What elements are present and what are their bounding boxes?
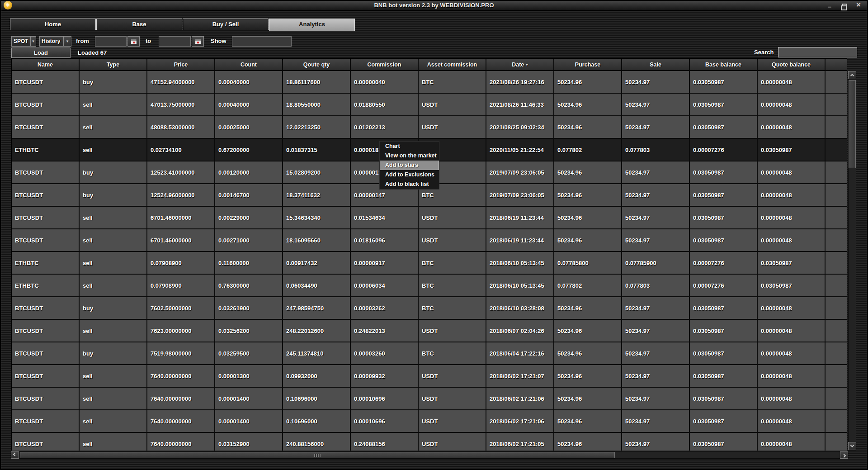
menu-item-add-to-stars[interactable]: Add to stars xyxy=(380,161,439,170)
cell-quote-balance: 0.00000048 xyxy=(758,207,826,229)
cell-qoute-qty: 15.34634340 xyxy=(283,207,351,229)
cell-date: 2018/06/04 17:22:16 xyxy=(486,342,554,365)
cell-price: 0.07908900 xyxy=(147,252,215,275)
column-header-price[interactable]: Price xyxy=(147,59,215,71)
minimize-button[interactable]: – xyxy=(825,1,835,9)
scroll-left-button[interactable] xyxy=(11,451,19,459)
table-row[interactable]: BTCUSDTsell7640.000000000.000014000.1069… xyxy=(12,388,847,410)
cell-qoute-qty: 240.88156000 xyxy=(283,433,351,451)
column-header-name[interactable]: Name xyxy=(12,59,80,71)
to-calendar-button[interactable] xyxy=(192,36,204,47)
scrollbar-grip xyxy=(314,454,321,457)
cell-price: 0.02734100 xyxy=(147,139,215,161)
cell-count: 0.03259500 xyxy=(215,342,283,365)
market-select[interactable]: SPOT ▼ xyxy=(11,36,36,47)
column-label: Type xyxy=(107,62,119,68)
cell-count: 0.00271000 xyxy=(215,229,283,252)
from-calendar-button[interactable] xyxy=(127,36,140,47)
cell-asset-commission: USDT xyxy=(419,320,486,342)
chevron-down-icon[interactable]: ▼ xyxy=(30,37,36,46)
table-row[interactable]: BTCUSDTbuy47152.940000000.0004000018.861… xyxy=(12,71,847,94)
cell-asset-commission: USDT xyxy=(419,229,486,252)
column-header-filler xyxy=(826,59,847,71)
cell-name: BTCUSDT xyxy=(12,410,80,433)
cell-asset-commission: USDT xyxy=(419,388,486,410)
cell-filler xyxy=(826,297,847,320)
close-button[interactable]: × xyxy=(854,1,863,9)
column-header-qoute-qty[interactable]: Qoute qty xyxy=(283,59,351,71)
scroll-down-button[interactable] xyxy=(848,442,856,450)
cell-base-balance: 0.03050987 xyxy=(690,184,758,207)
table-row[interactable]: BTCUSDTsell48088.530000000.0002500012.02… xyxy=(12,116,847,139)
table-row[interactable]: BTCUSDTsell7623.000000000.03256200248.22… xyxy=(12,320,847,342)
loaded-status: Loaded 67 xyxy=(78,49,107,56)
vertical-scrollbar-thumb[interactable] xyxy=(849,80,856,168)
table-row[interactable]: BTCUSDTsell6701.460000000.0022900015.346… xyxy=(12,207,847,229)
scroll-up-button[interactable] xyxy=(848,71,856,79)
tab-analytics[interactable]: Analytics xyxy=(269,19,355,31)
restore-button[interactable] xyxy=(839,1,849,9)
from-date-input[interactable] xyxy=(95,36,127,47)
cell-commission: 0.00000917 xyxy=(351,252,419,275)
cell-sale: 50234.97 xyxy=(622,433,690,451)
cell-quote-balance: 0.03050987 xyxy=(758,252,826,275)
column-header-date[interactable]: Date▾ xyxy=(486,59,554,71)
menu-item-add-to-exclusions[interactable]: Add to Exclusions xyxy=(380,170,439,180)
tab-home[interactable]: Home xyxy=(10,19,96,30)
cell-filler xyxy=(826,116,847,139)
cell-type: sell xyxy=(80,388,147,410)
table-row[interactable]: ETHBTCsell0.079089000.763000000.06034490… xyxy=(12,275,847,297)
chevron-left-icon xyxy=(13,452,17,456)
mode-select[interactable]: History ▼ xyxy=(39,36,71,47)
menu-item-add-to-black-list[interactable]: Add to black list xyxy=(380,180,439,189)
column-header-commission[interactable]: Commission xyxy=(351,59,419,71)
cell-count: 0.00001400 xyxy=(215,410,283,433)
cell-sale: 0.07785900 xyxy=(622,252,690,275)
cell-price: 7602.50000000 xyxy=(147,297,215,320)
menu-item-view-on-the-market[interactable]: View on the market xyxy=(380,151,439,161)
scroll-right-button[interactable] xyxy=(840,451,848,459)
cell-quote-balance: 0.00000048 xyxy=(758,365,826,388)
column-header-quote-balance[interactable]: Quote balance xyxy=(758,59,826,71)
history-table: NameTypePriceCountQoute qtyCommissionAss… xyxy=(11,58,847,451)
column-header-base-balance[interactable]: Base balance xyxy=(690,59,758,71)
cell-base-balance: 0.03050987 xyxy=(690,297,758,320)
table-row[interactable]: BTCUSDTsell7640.000000000.03152900240.88… xyxy=(12,433,847,451)
column-header-asset-commission[interactable]: Asset commission xyxy=(419,59,486,71)
cell-sale: 50234.97 xyxy=(622,94,690,116)
table-row[interactable]: ETHBTCsell0.079089000.116000000.00917432… xyxy=(12,252,847,275)
load-button[interactable]: Load xyxy=(11,47,71,58)
table-row[interactable]: BTCUSDTbuy7602.500000000.03261900247.985… xyxy=(12,297,847,320)
column-header-count[interactable]: Count xyxy=(215,59,283,71)
cell-commission: 0.01202213 xyxy=(351,116,419,139)
horizontal-scrollbar-thumb[interactable] xyxy=(20,452,615,458)
cell-type: buy xyxy=(80,71,147,94)
search-input[interactable] xyxy=(778,47,857,57)
cell-date: 2020/11/05 21:22:54 xyxy=(486,139,554,161)
cell-commission: 0.01816096 xyxy=(351,229,419,252)
cell-qoute-qty: 245.11374810 xyxy=(283,342,351,365)
cell-qoute-qty: 248.22012600 xyxy=(283,320,351,342)
cell-date: 2019/07/09 23:06:05 xyxy=(486,184,554,207)
tab-buy-sell[interactable]: Buy / Sell xyxy=(183,19,269,30)
menu-item-chart[interactable]: Chart xyxy=(380,142,439,151)
to-date-input[interactable] xyxy=(159,36,191,47)
table-row[interactable]: BTCUSDTsell47013.750000000.0004000018.80… xyxy=(12,94,847,116)
tab-base[interactable]: Base xyxy=(96,19,182,30)
chevron-down-icon[interactable]: ▼ xyxy=(63,37,71,46)
cell-name: BTCUSDT xyxy=(12,94,80,116)
table-row[interactable]: BTCUSDTsell7640.000000000.000014000.1069… xyxy=(12,410,847,433)
show-input[interactable] xyxy=(232,36,292,47)
column-header-purchase[interactable]: Purchase xyxy=(554,59,622,71)
cell-commission: 0.00009932 xyxy=(351,365,419,388)
cell-sale: 50234.97 xyxy=(622,116,690,139)
cell-qoute-qty: 0.10696000 xyxy=(283,410,351,433)
table-row[interactable]: BTCUSDTsell6701.460000000.0027100018.160… xyxy=(12,229,847,252)
cell-name: BTCUSDT xyxy=(12,229,80,252)
column-header-sale[interactable]: Sale xyxy=(622,59,690,71)
table-row[interactable]: BTCUSDTbuy7519.980000000.03259500245.113… xyxy=(12,342,847,365)
column-header-type[interactable]: Type xyxy=(80,59,147,71)
cell-sale: 0.077803 xyxy=(622,275,690,297)
table-row[interactable]: BTCUSDTsell7640.000000000.000013000.0993… xyxy=(12,365,847,388)
column-label: Commission xyxy=(367,62,401,68)
